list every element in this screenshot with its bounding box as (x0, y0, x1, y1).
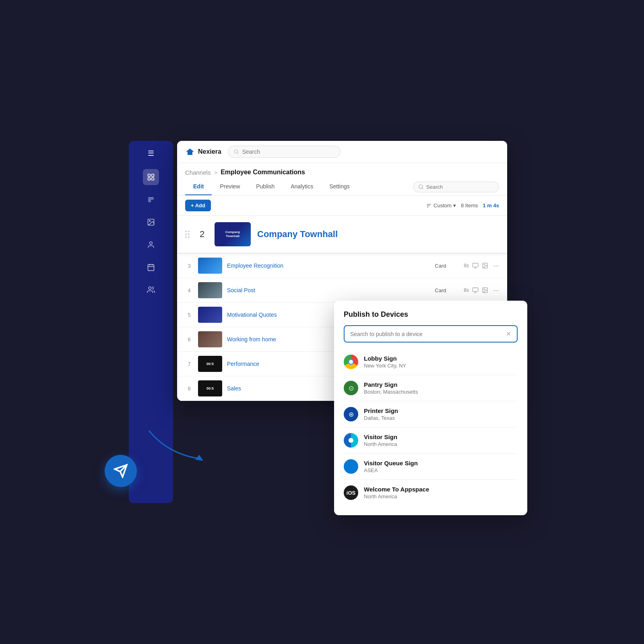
device-icon-green: ⊙ (344, 381, 358, 395)
device-icon (472, 262, 479, 269)
top-search-input[interactable] (242, 149, 334, 155)
video-duration-label: 00:5 (206, 362, 214, 366)
device-icon (472, 287, 479, 293)
device-location: North America (364, 493, 429, 500)
featured-item-title[interactable]: Company Townhall (257, 229, 338, 239)
tab-search-input[interactable] (426, 184, 494, 190)
device-name: Pantry Sign (364, 381, 418, 388)
logo-text: Nexiera (198, 148, 221, 155)
drag-handle[interactable] (185, 231, 190, 238)
tab-search-icon (418, 184, 424, 190)
item-thumbnail (198, 331, 222, 347)
featured-item-number: 2 (196, 229, 208, 239)
item-meta: 8s (464, 287, 488, 293)
device-icon-chrome (344, 355, 358, 369)
device-item-printer[interactable]: ⊛ Printer Sign Dallas, Texas (344, 401, 518, 427)
svg-point-11 (149, 287, 151, 290)
device-name: Visitor Queue Sign (364, 460, 418, 466)
item-number: 7 (185, 361, 193, 367)
device-location: Dallas, Texas (364, 415, 398, 421)
sidebar-item-team[interactable] (143, 282, 159, 298)
item-more-menu[interactable]: ··· (493, 286, 499, 295)
device-item-pantry[interactable]: ⊙ Pantry Sign Boston, Massachusetts (344, 375, 518, 401)
featured-item-thumbnail: CompanyTownhall (215, 222, 251, 246)
item-type: Card (435, 287, 459, 293)
send-icon (114, 464, 128, 478)
device-info: Welcome To Appspace North America (364, 486, 429, 500)
tab-edit[interactable]: Edit (185, 178, 212, 195)
item-number: 8 (185, 386, 193, 392)
item-meta: 8s (464, 262, 488, 269)
item-thumbnail (198, 258, 222, 274)
publish-search-box[interactable]: ✕ (344, 325, 518, 343)
svg-rect-3 (152, 178, 154, 180)
left-sidebar: ☰ (129, 141, 173, 503)
device-item-visitor[interactable]: Visitor Sign North America (344, 427, 518, 454)
video-duration-label: 00:5 (206, 386, 214, 390)
publish-search-input[interactable] (350, 331, 503, 337)
toolbar-right: Custom ▾ 8 Items 1 m 4s (426, 202, 499, 208)
svg-point-15 (419, 185, 423, 188)
sort-chevron: ▾ (453, 202, 456, 208)
device-location: ASEA (364, 467, 418, 473)
duration: 1 m 4s (483, 202, 499, 208)
device-item-lobby[interactable]: Lobby Sign New York City, NY (344, 349, 518, 375)
item-title[interactable]: Employee Recognition (227, 262, 430, 269)
list-item: 4 Social Post Card 8s ··· (177, 278, 507, 303)
svg-rect-7 (148, 264, 154, 270)
sidebar-item-contacts[interactable] (143, 237, 159, 253)
item-thumbnail: 00:5 (198, 380, 222, 396)
sort-dropdown[interactable]: Custom ▾ (426, 202, 456, 208)
item-duration: 8s (464, 287, 469, 293)
device-icon-ios: iOS (344, 485, 358, 500)
featured-item: 2 CompanyTownhall Company Townhall (177, 216, 507, 254)
logo-area: Nexiera (185, 147, 221, 157)
device-info: Visitor Sign North America (364, 433, 397, 447)
top-bar: Nexiera (177, 141, 507, 163)
svg-marker-32 (195, 455, 203, 461)
tab-preview[interactable]: Preview (212, 178, 248, 195)
svg-point-13 (234, 150, 238, 153)
device-item-visitor-queue[interactable]: Visitor Queue Sign ASEA (344, 454, 518, 480)
item-number: 3 (185, 263, 193, 269)
publish-panel: Publish to Devices ✕ Lobby Sign New York… (334, 301, 527, 515)
menu-icon[interactable]: ☰ (148, 149, 154, 158)
device-info: Printer Sign Dallas, Texas (364, 407, 398, 421)
device-icon-blue: ⊛ (344, 407, 358, 421)
sidebar-item-media[interactable] (143, 214, 159, 230)
tab-publish[interactable]: Publish (248, 178, 283, 195)
sidebar-item-dashboard[interactable] (143, 169, 159, 185)
device-icon-teal (344, 433, 358, 448)
device-location: North America (364, 441, 397, 447)
item-title[interactable]: Social Post (227, 287, 430, 293)
tab-settings[interactable]: Settings (321, 178, 358, 195)
cta-publish-button[interactable] (105, 455, 137, 487)
device-name: Visitor Sign (364, 433, 397, 440)
device-location: Boston, Massachusetts (364, 389, 418, 395)
device-icon-windows (344, 459, 358, 474)
svg-line-14 (237, 153, 238, 153)
svg-rect-25 (473, 288, 478, 291)
image-icon (482, 262, 488, 269)
tab-bar: Edit Preview Publish Analytics Settings (177, 178, 507, 196)
breadcrumb-separator: > (214, 169, 217, 176)
breadcrumb-current: Employee Communications (221, 169, 305, 176)
sidebar-item-calendar[interactable] (143, 259, 159, 275)
add-button[interactable]: + Add (185, 200, 211, 211)
publish-panel-title: Publish to Devices (344, 310, 518, 319)
device-list: Lobby Sign New York City, NY ⊙ Pantry Si… (344, 349, 518, 506)
svg-rect-0 (148, 174, 151, 177)
top-search-box[interactable] (228, 146, 341, 158)
tab-analytics[interactable]: Analytics (283, 178, 321, 195)
top-search-icon (234, 149, 239, 155)
device-info: Pantry Sign Boston, Massachusetts (364, 381, 418, 395)
tab-search-box[interactable] (413, 182, 499, 192)
sidebar-item-content[interactable] (143, 192, 159, 208)
breadcrumb-parent[interactable]: Channels (185, 169, 211, 176)
item-thumbnail (198, 307, 222, 323)
device-item-welcome[interactable]: iOS Welcome To Appspace North America (344, 480, 518, 506)
device-info: Lobby Sign New York City, NY (364, 355, 406, 369)
publish-search-clear-button[interactable]: ✕ (506, 330, 511, 338)
item-more-menu[interactable]: ··· (493, 262, 499, 270)
sort-label: Custom (433, 202, 452, 208)
